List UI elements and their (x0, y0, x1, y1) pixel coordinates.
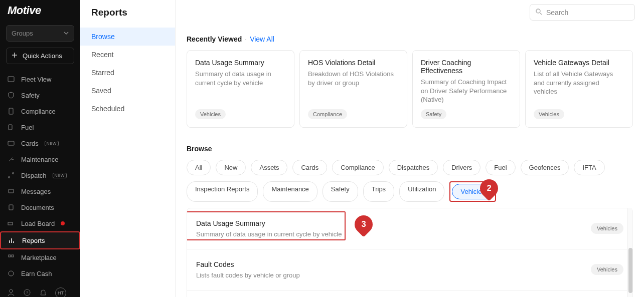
filter-pill[interactable]: Maintenance (263, 181, 317, 202)
grid-icon (7, 253, 15, 261)
search-icon (535, 8, 542, 17)
dollar-icon (7, 269, 15, 277)
recent-card[interactable]: HOS Violations Detail Breakdown of HOS V… (299, 50, 407, 128)
report-row[interactable]: Data Usage Summary Summary of data usage… (187, 208, 632, 249)
sidebar-item-fuel[interactable]: Fuel (0, 119, 80, 135)
brand-logo: Motive (0, 0, 80, 22)
report-list: Data Usage Summary Summary of data usage… (187, 208, 633, 297)
card-title: Driver Coaching Effectiveness (421, 59, 512, 75)
wrench-icon (7, 155, 15, 163)
sidebar-item-safety[interactable]: Safety (0, 87, 80, 103)
filter-pill[interactable]: New (216, 160, 246, 175)
sidebar-item-cards[interactable]: Cards NEW (0, 135, 80, 151)
svg-rect-9 (9, 255, 11, 257)
sidebar: Motive Groups Quick Actions Fleet View S… (0, 0, 80, 297)
page-title: Reports (91, 7, 127, 18)
report-desc: Lists fault codes by vehicle or group (196, 271, 300, 279)
recent-card[interactable]: Driver Coaching Effectiveness Summary of… (412, 50, 520, 128)
search-placeholder: Search (546, 9, 568, 17)
subtab-starred[interactable]: Starred (80, 64, 175, 82)
sidebar-item-maintenance[interactable]: Maintenance (0, 151, 80, 167)
svg-point-11 (9, 271, 14, 276)
report-tag: Vehicles (591, 223, 623, 234)
svg-rect-1 (9, 108, 13, 114)
svg-rect-2 (9, 125, 12, 130)
svg-text:?: ? (26, 290, 29, 295)
svg-rect-7 (9, 205, 13, 210)
report-tag: Vehicles (591, 264, 623, 275)
svg-rect-6 (9, 189, 14, 193)
filter-pill[interactable]: All (187, 160, 211, 175)
svg-rect-8 (8, 222, 13, 225)
view-all-link[interactable]: View All (250, 35, 274, 43)
sidebar-item-earn-cash[interactable]: Earn Cash (0, 265, 80, 281)
svg-point-5 (13, 173, 14, 174)
card-tag: Compliance (308, 109, 347, 119)
card-desc: Breakdown of HOS Violations by driver or… (308, 70, 399, 104)
report-row[interactable]: Fault Codes Lists fault codes by vehicle… (187, 249, 632, 290)
sidebar-item-marketplace[interactable]: Marketplace (0, 249, 80, 265)
avatar[interactable]: HT (55, 287, 66, 297)
chevron-down-icon (64, 30, 69, 37)
annotation-box-3 (187, 211, 346, 240)
scrollbar-thumb[interactable] (628, 248, 632, 293)
card-tag: Vehicles (195, 109, 226, 119)
card-title: Vehicle Gateways Detail (534, 59, 624, 67)
groups-select[interactable]: Groups (6, 25, 74, 42)
sidebar-item-fleet-view[interactable]: Fleet View (0, 71, 80, 87)
filter-pill[interactable]: Safety (323, 181, 358, 202)
filter-pill[interactable]: Utilization (399, 181, 444, 202)
bell-icon[interactable] (39, 288, 47, 298)
search-input[interactable]: Search (530, 4, 635, 21)
groups-label: Groups (12, 30, 33, 37)
filter-pill[interactable]: Inspection Reports (187, 181, 258, 202)
svg-point-15 (536, 9, 540, 13)
filter-pill[interactable]: Trips (363, 181, 394, 202)
sidebar-item-reports[interactable]: Reports 1 (0, 231, 80, 249)
user-icon[interactable] (7, 288, 15, 298)
sidebar-item-dispatch[interactable]: Dispatch NEW (0, 167, 80, 183)
sidebar-item-documents[interactable]: Documents (0, 199, 80, 215)
shield-icon (7, 91, 15, 99)
nav: Fleet View Safety Compliance Fuel Cards … (0, 70, 80, 281)
filter-pill[interactable]: Dispatches (389, 160, 438, 175)
subtab-scheduled[interactable]: Scheduled (80, 100, 175, 118)
filter-pill[interactable]: IFTA (574, 160, 604, 175)
subtab-saved[interactable]: Saved (80, 82, 175, 100)
sidebar-item-messages[interactable]: Messages (0, 183, 80, 199)
filter-pill[interactable]: Assets (251, 160, 287, 175)
svg-point-4 (9, 177, 10, 178)
sidebar-item-load-board[interactable]: Load Board (0, 215, 80, 231)
filter-pill[interactable]: Fuel (486, 160, 515, 175)
document-icon (7, 107, 15, 115)
svg-rect-10 (12, 255, 14, 257)
svg-rect-0 (8, 77, 14, 82)
card-tag: Safety (421, 109, 446, 119)
filter-pill[interactable]: Compliance (332, 160, 384, 175)
help-icon[interactable]: ? (23, 288, 31, 298)
filter-pill[interactable]: Drivers (443, 160, 480, 175)
recently-viewed-heading: Recently Viewed · View All (187, 35, 633, 43)
fuel-icon (7, 123, 15, 131)
route-icon (7, 171, 15, 179)
quick-actions-button[interactable]: Quick Actions (6, 48, 74, 64)
card-desc: Summary of Coaching Impact on Driver Saf… (421, 78, 512, 104)
recent-cards: Data Usage Summary Summary of data usage… (187, 50, 633, 128)
subtab-browse[interactable]: Browse (80, 28, 175, 46)
annotation-callout-3: 3 (351, 211, 377, 237)
recent-card[interactable]: Data Usage Summary Summary of data usage… (187, 50, 294, 128)
filter-pill[interactable]: Cards (292, 160, 327, 175)
main: Search Recently Viewed · View All Data U… (176, 0, 644, 297)
filter-pill[interactable]: Geofences (521, 160, 569, 175)
card-title: Data Usage Summary (195, 59, 286, 67)
sidebar-item-compliance[interactable]: Compliance (0, 103, 80, 119)
card-desc: List of all Vehicle Gateways and current… (534, 70, 624, 104)
filter-row-2: Inspection Reports Maintenance Safety Tr… (187, 181, 633, 202)
recent-card[interactable]: Vehicle Gateways Detail List of all Vehi… (525, 50, 633, 128)
report-row[interactable]: Location History (187, 290, 632, 297)
documents-icon (7, 203, 15, 211)
filter-row-1: All New Assets Cards Compliance Dispatch… (187, 160, 633, 175)
card-icon (7, 139, 15, 147)
subtab-recent[interactable]: Recent (80, 46, 175, 64)
plus-icon (12, 52, 18, 60)
